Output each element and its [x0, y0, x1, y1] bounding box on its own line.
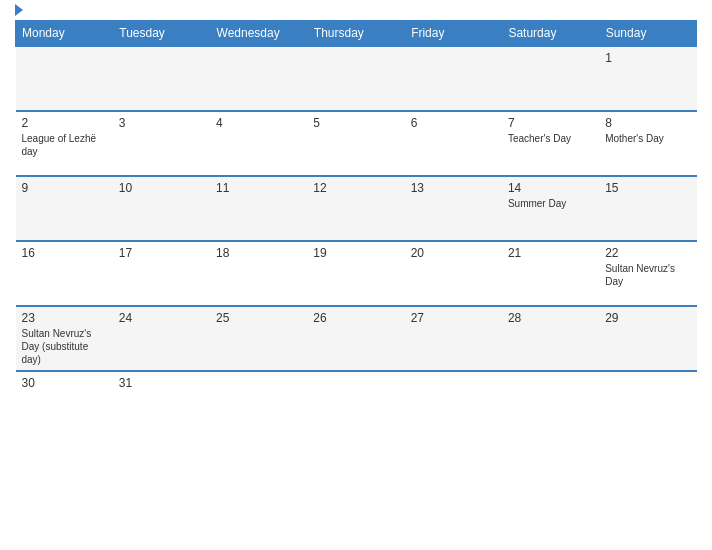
calendar-cell: 10: [113, 176, 210, 241]
calendar-cell: 29: [599, 306, 696, 371]
calendar-cell: 21: [502, 241, 599, 306]
logo-triangle-icon: [15, 4, 23, 16]
logo-blue-text: [15, 4, 25, 16]
day-number: 29: [605, 311, 690, 325]
calendar-cell: [210, 371, 307, 436]
day-number: 15: [605, 181, 690, 195]
day-number: 28: [508, 311, 593, 325]
day-event: League of Lezhë day: [22, 133, 97, 157]
day-number: 6: [411, 116, 496, 130]
week-row: 2League of Lezhë day34567Teacher's Day8M…: [16, 111, 697, 176]
day-number: 9: [22, 181, 107, 195]
day-number: 10: [119, 181, 204, 195]
calendar-cell: 7Teacher's Day: [502, 111, 599, 176]
day-number: 11: [216, 181, 301, 195]
calendar-cell: [210, 46, 307, 111]
calendar: MondayTuesdayWednesdayThursdayFridaySatu…: [15, 20, 697, 436]
calendar-cell: 15: [599, 176, 696, 241]
day-number: 12: [313, 181, 398, 195]
calendar-cell: [16, 46, 113, 111]
calendar-cell: 27: [405, 306, 502, 371]
calendar-cell: [307, 46, 404, 111]
day-number: 26: [313, 311, 398, 325]
day-number: 13: [411, 181, 496, 195]
day-number: 27: [411, 311, 496, 325]
calendar-body: 12League of Lezhë day34567Teacher's Day8…: [16, 46, 697, 436]
day-number: 19: [313, 246, 398, 260]
calendar-cell: [405, 46, 502, 111]
day-number: 3: [119, 116, 204, 130]
calendar-cell: 1: [599, 46, 696, 111]
week-row: 16171819202122Sultan Nevruz's Day: [16, 241, 697, 306]
day-event: Sultan Nevruz's Day (substitute day): [22, 328, 92, 365]
calendar-cell: 16: [16, 241, 113, 306]
calendar-cell: 25: [210, 306, 307, 371]
calendar-cell: 24: [113, 306, 210, 371]
calendar-cell: 22Sultan Nevruz's Day: [599, 241, 696, 306]
calendar-cell: 18: [210, 241, 307, 306]
calendar-cell: [502, 371, 599, 436]
calendar-cell: 13: [405, 176, 502, 241]
calendar-cell: 17: [113, 241, 210, 306]
calendar-cell: 9: [16, 176, 113, 241]
day-event: Sultan Nevruz's Day: [605, 263, 675, 287]
day-number: 18: [216, 246, 301, 260]
weekday-row: MondayTuesdayWednesdayThursdayFridaySatu…: [16, 21, 697, 47]
calendar-cell: [502, 46, 599, 111]
day-number: 30: [22, 376, 107, 390]
calendar-cell: 8Mother's Day: [599, 111, 696, 176]
calendar-cell: 31: [113, 371, 210, 436]
day-number: 21: [508, 246, 593, 260]
day-number: 24: [119, 311, 204, 325]
day-number: 4: [216, 116, 301, 130]
day-number: 7: [508, 116, 593, 130]
weekday-header: Saturday: [502, 21, 599, 47]
day-number: 16: [22, 246, 107, 260]
weekday-header: Wednesday: [210, 21, 307, 47]
page: MondayTuesdayWednesdayThursdayFridaySatu…: [0, 0, 712, 550]
weekday-header: Thursday: [307, 21, 404, 47]
calendar-cell: [405, 371, 502, 436]
day-event: Teacher's Day: [508, 133, 571, 144]
calendar-cell: 19: [307, 241, 404, 306]
day-event: Summer Day: [508, 198, 566, 209]
weekday-header: Tuesday: [113, 21, 210, 47]
week-row: 3031: [16, 371, 697, 436]
day-number: 8: [605, 116, 690, 130]
calendar-header: MondayTuesdayWednesdayThursdayFridaySatu…: [16, 21, 697, 47]
calendar-cell: [599, 371, 696, 436]
calendar-cell: [113, 46, 210, 111]
day-number: 23: [22, 311, 107, 325]
day-number: 14: [508, 181, 593, 195]
calendar-cell: 28: [502, 306, 599, 371]
calendar-cell: 5: [307, 111, 404, 176]
weekday-header: Sunday: [599, 21, 696, 47]
calendar-cell: 12: [307, 176, 404, 241]
week-row: 23Sultan Nevruz's Day (substitute day)24…: [16, 306, 697, 371]
calendar-cell: 23Sultan Nevruz's Day (substitute day): [16, 306, 113, 371]
week-row: 1: [16, 46, 697, 111]
calendar-cell: 20: [405, 241, 502, 306]
day-number: 20: [411, 246, 496, 260]
calendar-cell: 14Summer Day: [502, 176, 599, 241]
calendar-cell: 2League of Lezhë day: [16, 111, 113, 176]
day-event: Mother's Day: [605, 133, 664, 144]
weekday-header: Monday: [16, 21, 113, 47]
day-number: 1: [605, 51, 690, 65]
weekday-header: Friday: [405, 21, 502, 47]
calendar-cell: 11: [210, 176, 307, 241]
calendar-cell: 3: [113, 111, 210, 176]
day-number: 25: [216, 311, 301, 325]
week-row: 91011121314Summer Day15: [16, 176, 697, 241]
day-number: 5: [313, 116, 398, 130]
day-number: 2: [22, 116, 107, 130]
day-number: 22: [605, 246, 690, 260]
day-number: 17: [119, 246, 204, 260]
calendar-cell: 30: [16, 371, 113, 436]
logo: [15, 4, 25, 16]
calendar-cell: 4: [210, 111, 307, 176]
calendar-cell: 6: [405, 111, 502, 176]
calendar-cell: [307, 371, 404, 436]
day-number: 31: [119, 376, 204, 390]
calendar-cell: 26: [307, 306, 404, 371]
